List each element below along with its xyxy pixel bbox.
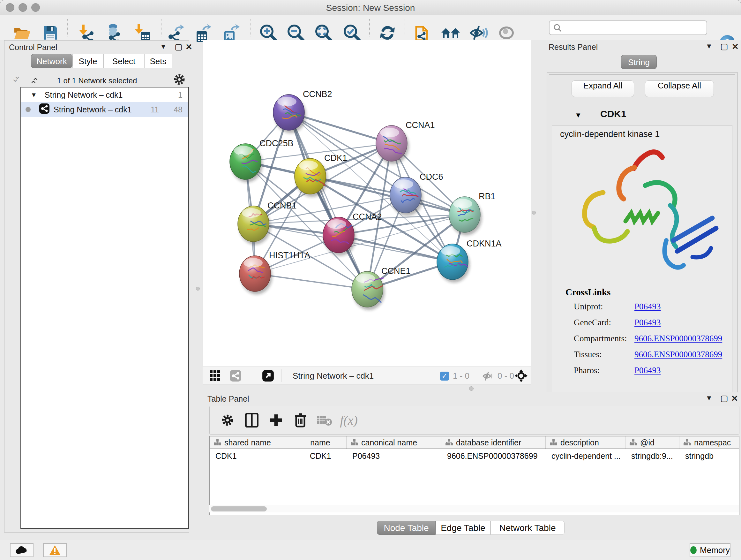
column-header-namespac[interactable]: namespac: [679, 436, 740, 449]
pan-mode-button[interactable]: [515, 369, 528, 383]
edge-CCNB2-CCNE1[interactable]: [289, 112, 367, 289]
control-panel-float-icon[interactable]: ▢: [175, 42, 183, 52]
crosslink-label: Uniprot:: [574, 302, 634, 312]
entry-collapse-arrow-icon[interactable]: ▼: [575, 111, 582, 119]
open-in-window-button[interactable]: [262, 370, 274, 383]
table-panel-float-icon[interactable]: ▢: [720, 393, 728, 403]
horizontal-scrollbar[interactable]: [209, 505, 739, 512]
node-label-CCNB2: CCNB2: [303, 89, 332, 99]
column-type-icon: [213, 439, 221, 446]
table-panel-close-icon[interactable]: ✕: [731, 394, 738, 403]
results-panel-float-icon[interactable]: ▢: [720, 42, 728, 51]
crosslink-label: Tissues:: [574, 350, 634, 360]
titlebar: Session: New Session: [0, 0, 741, 15]
column-type-icon: [445, 439, 453, 446]
import-network-icon: [78, 24, 95, 42]
search-field[interactable]: [549, 20, 707, 35]
node-HIST1H1A[interactable]: HIST1H1A: [239, 251, 310, 294]
node-RB1[interactable]: RB1: [449, 192, 495, 235]
tab-network-table[interactable]: Network Table: [490, 521, 564, 535]
network-tree-child-row[interactable]: String Network – cdk1 11 48: [21, 102, 188, 117]
node-CCNA2[interactable]: CCNA2: [323, 212, 382, 256]
control-panel-menu-icon[interactable]: ▼: [160, 43, 167, 51]
network-share-button[interactable]: [229, 370, 242, 383]
table-cell: 9606.ENSP00000378699: [441, 449, 546, 462]
columns-icon: [245, 413, 259, 428]
results-panel-close-icon[interactable]: ✕: [732, 42, 739, 52]
toolbar-separator: [405, 19, 405, 37]
column-header-name[interactable]: name: [294, 436, 347, 449]
node-CDKN1A[interactable]: CDKN1A: [437, 239, 502, 283]
hidden-eye-slash-icon[interactable]: [482, 371, 494, 382]
network-graph[interactable]: CCNB2CCNA1CDC25BCDK1CDC6RB1CCNB1CCNA2CDK…: [203, 40, 531, 367]
warning-icon: [49, 545, 61, 555]
table-row[interactable]: CDK1CDK1P064939606.ENSP00000378699cyclin…: [210, 449, 739, 462]
scrollbar-thumb[interactable]: [211, 506, 267, 511]
crosslink-value-link[interactable]: P06493: [634, 318, 661, 327]
network-tree: ▼ String Network – cdk1 1 String Network…: [20, 87, 189, 529]
table-cell: CDK1: [210, 449, 294, 462]
warnings-button[interactable]: [43, 543, 67, 557]
crosslink-value-link[interactable]: P06493: [634, 366, 661, 375]
function-builder-button[interactable]: f(x): [337, 411, 361, 430]
column-type-icon: [629, 439, 637, 446]
selected-nodes-checkbox[interactable]: ✓: [440, 372, 449, 381]
bottom-splitter-grip[interactable]: [469, 386, 474, 391]
left-splitter-grip[interactable]: [196, 287, 200, 291]
table-settings-button[interactable]: [215, 411, 240, 430]
eye-slash-icon: [469, 25, 488, 41]
delete-column-button[interactable]: [288, 411, 313, 430]
crosslink-value-link[interactable]: P06493: [634, 302, 661, 312]
tab-style[interactable]: Style: [72, 54, 104, 68]
crosslink-row: Tissues:9606.ENSP00000378699: [574, 350, 727, 360]
selected-counts: 1 - 0: [453, 371, 469, 381]
tab-string[interactable]: String: [621, 55, 657, 69]
tab-sets[interactable]: Sets: [144, 54, 172, 68]
crosslink-value-link[interactable]: 9606.ENSP00000378699: [634, 350, 722, 360]
tab-node-table[interactable]: Node Table: [377, 521, 435, 535]
node-label-RB1: RB1: [479, 192, 495, 201]
column-header-description[interactable]: description: [546, 436, 625, 449]
current-network-name: String Network – cdk1: [293, 371, 374, 381]
table-toolbar: f(x): [209, 406, 739, 435]
show-columns-button[interactable]: [240, 411, 264, 430]
column-header-shared-name[interactable]: shared name: [210, 436, 294, 449]
column-header--id[interactable]: @id: [625, 436, 679, 449]
node-CCNE1[interactable]: CCNE1: [352, 266, 411, 310]
collapse-all-button[interactable]: Collapse All: [645, 80, 714, 97]
crosslink-value-link[interactable]: 9606.ENSP00000378699: [634, 334, 722, 344]
search-input[interactable]: [562, 23, 699, 32]
main-toolbar: ?: [0, 15, 741, 40]
right-splitter-grip[interactable]: [532, 211, 536, 214]
expand-all-button[interactable]: Expand All: [571, 80, 634, 97]
node-CDK1[interactable]: CDK1: [294, 153, 347, 197]
column-header-canonical-name[interactable]: canonical name: [347, 436, 441, 449]
control-panel-close-icon[interactable]: ✕: [185, 42, 192, 52]
node-CDC6[interactable]: CDC6: [390, 172, 443, 216]
birds-eye-view-button[interactable]: [210, 370, 220, 382]
memory-label: Memory: [700, 545, 730, 555]
tab-select[interactable]: Select: [104, 54, 144, 68]
table-panel-menu-icon[interactable]: ▼: [705, 394, 713, 402]
delete-table-button[interactable]: [313, 411, 337, 430]
network-options-gear-icon[interactable]: [173, 73, 186, 87]
node-CCNB2[interactable]: CCNB2: [273, 89, 332, 133]
results-panel-menu-icon[interactable]: ▼: [705, 42, 713, 51]
table-body: CDK1CDK1P064939606.ENSP00000378699cyclin…: [210, 449, 739, 462]
network-canvas[interactable]: CCNB2CCNA1CDC25BCDK1CDC6RB1CCNB1CCNA2CDK…: [203, 40, 531, 367]
memory-button[interactable]: Memory: [690, 543, 731, 557]
tab-edge-table[interactable]: Edge Table: [435, 521, 490, 535]
tree-expand-arrow-icon[interactable]: ▼: [30, 91, 37, 99]
add-column-button[interactable]: [264, 411, 288, 430]
window-title: Session: New Session: [0, 3, 741, 13]
cloud-button[interactable]: [10, 543, 33, 557]
tab-network[interactable]: Network: [31, 54, 72, 68]
column-header-label: shared name: [224, 438, 271, 447]
column-header-label: canonical name: [361, 438, 417, 447]
table-cell: P06493: [347, 449, 441, 462]
node-CDC25B[interactable]: CDC25B: [230, 138, 293, 182]
network-tree-root-row[interactable]: ▼ String Network – cdk1 1: [21, 87, 188, 102]
column-header-database-identifier[interactable]: database identifier: [441, 436, 546, 449]
nav-separator: [251, 369, 251, 382]
network-status-dot-icon: [25, 107, 30, 112]
